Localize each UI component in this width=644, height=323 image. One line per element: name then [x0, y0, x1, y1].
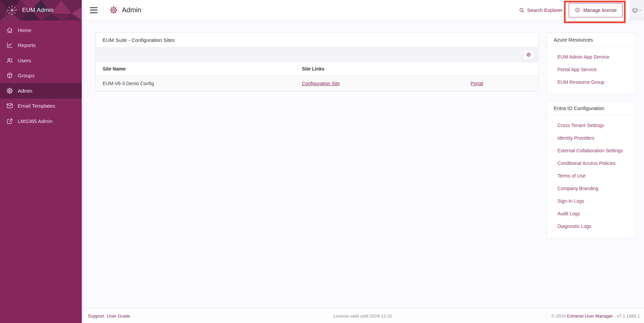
search-explorer-button[interactable]: Search Explorer [519, 7, 563, 13]
configuration-site-link[interactable]: Configuration Site [302, 81, 340, 86]
chevron-down-icon [639, 9, 642, 12]
right-panel: Azure Resources EUM Admin App Service Po… [547, 32, 636, 245]
portal-app-service-link[interactable]: Portal App Service [557, 67, 597, 72]
copyright-prefix: © 2024 [551, 313, 567, 319]
sidebar-item-groups[interactable]: Groups [0, 68, 82, 83]
cross-tenant-settings-link[interactable]: Cross Tenant Settings [557, 123, 604, 128]
search-icon [519, 7, 525, 13]
site-name-cell: EUM-V6-3 Demo Config [96, 81, 302, 86]
sidebar-nav: Home Reports Users Groups Admin Email Te… [0, 20, 82, 129]
azure-resources-card: Azure Resources EUM Admin App Service Po… [547, 32, 636, 95]
list-item: Cross Tenant Settings [557, 122, 635, 129]
azure-resources-header: Azure Resources [547, 33, 635, 47]
sidebar-item-email-templates[interactable]: Email Templates [0, 98, 82, 114]
footer-links: Support User Guide [88, 313, 130, 319]
menu-toggle-button[interactable] [90, 7, 97, 13]
sidebar-item-label: Admin [18, 88, 32, 94]
support-link[interactable]: Support [88, 313, 104, 319]
table-header-row: Site Name Site Links [96, 62, 538, 76]
sidebar-item-home[interactable]: Home [0, 22, 82, 38]
list-item: Sign-In Logs [557, 197, 635, 205]
sidebar-item-label: Home [18, 27, 31, 33]
page-title: Admin [122, 6, 141, 14]
eum-admin-app-service-link[interactable]: EUM Admin App Service [557, 54, 610, 60]
sign-in-logs-link[interactable]: Sign-In Logs [557, 198, 584, 204]
starburst-logo-icon [5, 4, 18, 17]
configuration-sites-card-header: EUM Suite - Configuration Sites [96, 33, 538, 47]
sidebar-item-label: Reports [18, 42, 36, 48]
app-logo: EUM Admin [0, 0, 82, 20]
list-item: Audit Logs [557, 210, 635, 217]
list-item: Identity Providers [557, 134, 635, 142]
topbar-actions: Search Explorer Manage license [519, 0, 644, 20]
app-title: EUM Admin [22, 7, 53, 14]
list-item: External Collaboration Settings [557, 147, 635, 154]
power-icon [632, 7, 638, 13]
diagnostic-logs-link[interactable]: Diagnostic Logs [557, 224, 592, 229]
terms-of-use-link[interactable]: Terms of Use [557, 173, 585, 179]
version-label: - v7.1.1680.1 [613, 313, 640, 319]
reports-icon [6, 42, 13, 49]
sidebar-item-label: Groups [18, 73, 34, 78]
identity-providers-link[interactable]: Identity Providers [557, 135, 594, 141]
list-item: Terms of Use [557, 172, 635, 180]
list-item: EUM Resource Group [557, 78, 635, 86]
conditional-access-policies-link[interactable]: Conditional Access Policies [557, 160, 615, 166]
column-header-site-links: Site Links [302, 66, 471, 72]
configuration-sites-card: EUM Suite - Configuration Sites Site Nam… [95, 32, 538, 92]
card-title: Entra ID Configuration [554, 105, 604, 111]
entra-id-configuration-card: Entra ID Configuration Cross Tenant Sett… [547, 101, 636, 239]
portal-link[interactable]: Portal [471, 81, 483, 86]
audit-logs-link[interactable]: Audit Logs [557, 211, 580, 216]
gear-icon [109, 6, 118, 14]
users-icon [6, 57, 13, 64]
groups-icon [6, 72, 13, 79]
sidebar-item-lms365-admin[interactable]: LMS365 Admin [0, 113, 82, 129]
sidebar-item-label: LMS365 Admin [18, 118, 52, 124]
copyright: © 2024 Extranet User Manager - v7.1.1680… [551, 313, 640, 319]
table-toolbar [96, 47, 538, 62]
manage-license-label: Manage license [583, 7, 617, 13]
eum-resource-group-link[interactable]: EUM Resource Group [557, 79, 604, 85]
column-header-site-name: Site Name [96, 66, 302, 72]
company-branding-link[interactable]: Company Branding [557, 186, 598, 191]
entra-id-links: Cross Tenant Settings Identity Providers… [547, 116, 635, 239]
sidebar-item-label: Users [18, 58, 31, 63]
manage-license-button[interactable]: Manage license [569, 3, 623, 17]
list-item: EUM Admin App Service [557, 53, 635, 61]
app-window: EUM Admin Home Reports Users Groups Admi… [0, 0, 644, 323]
gear-icon [526, 52, 531, 57]
topbar-divider [104, 4, 104, 16]
sidebar-item-users[interactable]: Users [0, 53, 82, 68]
entra-id-configuration-header: Entra ID Configuration [547, 101, 635, 116]
license-badge-icon [574, 7, 580, 13]
sign-out-menu-button[interactable] [630, 0, 644, 20]
list-item: Company Branding [557, 185, 635, 192]
card-title: Azure Resources [554, 37, 593, 43]
sidebar: EUM Admin Home Reports Users Groups Admi… [0, 0, 82, 323]
user-guide-link[interactable]: User Guide [107, 313, 130, 319]
topbar: Admin Search Explorer Manage license [82, 0, 644, 20]
external-collaboration-settings-link[interactable]: External Collaboration Settings [557, 148, 623, 153]
table-settings-button[interactable] [523, 50, 534, 60]
sidebar-item-reports[interactable]: Reports [0, 38, 82, 53]
table-row: EUM-V6-3 Demo Config Configuration Site … [96, 76, 538, 91]
footer: Support User Guide License valid until 2… [82, 308, 644, 323]
sidebar-item-admin[interactable]: Admin [0, 83, 82, 98]
search-explorer-label: Search Explorer [527, 7, 563, 13]
external-link-icon [6, 118, 13, 125]
list-item: Portal App Service [557, 66, 635, 73]
home-icon [6, 27, 13, 34]
azure-resources-links: EUM Admin App Service Portal App Service… [547, 47, 635, 94]
list-item: Conditional Access Policies [557, 159, 635, 167]
card-title: EUM Suite - Configuration Sites [103, 37, 175, 43]
gear-icon [6, 87, 13, 94]
extranet-user-manager-link[interactable]: Extranet User Manager [567, 313, 613, 319]
mail-icon [6, 102, 13, 109]
page-header: Admin [109, 6, 141, 14]
list-item: Diagnostic Logs [557, 222, 635, 230]
sidebar-item-label: Email Templates [18, 103, 55, 109]
